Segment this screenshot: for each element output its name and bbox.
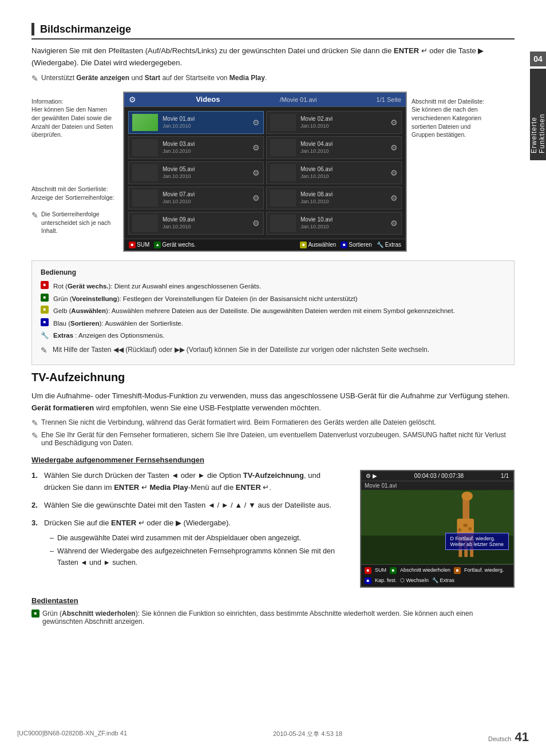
file-thumbnail [270, 215, 296, 232]
sum-label: SUM [137, 242, 149, 248]
file-date: Jan.10.2010 [300, 173, 388, 179]
op-yellow-btn: ■ [41, 306, 49, 314]
extras-label: 🔧 Extras [377, 242, 401, 248]
annotations-left: Information: Hier können Sie den Namen d… [31, 92, 123, 252]
screen-bottom-bar: ■ SUM ▲ Gerät wechs. ■ Auswählen ■ Sorti… [124, 239, 406, 251]
bedientasten-content: ■ Grün (Abschnitt wiederholen): Sie könn… [31, 609, 515, 626]
screen-section-title: Videos [196, 95, 220, 104]
settings-icon: ⚙ [390, 168, 398, 177]
file-thumbnail [132, 139, 158, 156]
section2-title: TV-Aufzeichnung [31, 371, 515, 384]
file-date: Jan.10.2010 [300, 199, 388, 204]
file-thumbnail [270, 139, 296, 156]
screen-top-bar: ⚙ Videos /Movie 01.avi 1/1 Seite [124, 93, 406, 107]
note1-icon: ✎ [31, 418, 38, 428]
page-footer: [UC9000]BN68-02820B-XN_ZF.indb 41 2010-0… [0, 730, 546, 745]
overlay-title: D Fortlauf. wiederg. [450, 536, 504, 541]
settings-icon: ⚙ [252, 118, 260, 127]
file-item: Movie 01.avi Jan.10.2010 ⚙ [128, 111, 264, 134]
footer-lang-page: Deutsch 41 [488, 730, 529, 745]
settings-icon: ⚙ [252, 168, 260, 177]
file-thumbnail [132, 164, 158, 181]
tv-bottom-text5: ⬡ Wechseln [400, 577, 429, 584]
btn-gerat: ▲ Gerät wechs. [154, 242, 196, 248]
note1-text: Trennen Sie nicht die Verbindung, währen… [41, 418, 436, 426]
sub-list-item: Die ausgewählte Datei wird zusammen mit … [50, 532, 349, 544]
subsection1-title: Wiedergabe aufgenommener Fernsehsendunge… [31, 456, 515, 464]
red-button: ■ [129, 242, 136, 248]
two-col-layout: 1. Wählen Sie durch Drücken der Tasten ◄… [31, 470, 515, 588]
footer-date: 2010-05-24 오후 4:53 18 [273, 730, 342, 745]
footer-file-info: [UC9000]BN68-02820B-XN_ZF.indb 41 [17, 730, 127, 745]
option-text: Option [219, 471, 241, 480]
btn-sum: ■ SUM [129, 242, 149, 248]
blue-button: ■ [341, 242, 347, 248]
file-date: Jan.10.2010 [300, 123, 388, 129]
settings-icon: ⚙ [390, 143, 398, 152]
tv-bottom-text3: Fortlauf. wiederg. [464, 567, 504, 574]
annotations-right: Abschnitt mit der Dateiliste: Sie können… [412, 92, 515, 252]
file-thumbnail [270, 114, 296, 131]
tv-bottom-text6: 🔧 Extras [432, 577, 454, 584]
annotation-info: Information: Hier können Sie den Namen d… [31, 97, 123, 139]
file-name: Movie 05.avi [163, 166, 250, 172]
note-icon: ✎ [31, 74, 38, 83]
settings-icon: ⚙ [252, 143, 260, 152]
op-extras-text: Extras : Anzeigen des Optionsmenüs. [53, 330, 164, 342]
file-name: Movie 04.avi [300, 141, 388, 147]
note2-icon: ✎ [31, 431, 38, 440]
tv-btn-red: ■ [365, 567, 371, 574]
annotation-dateiliste: Abschnitt mit der Dateiliste: Sie können… [412, 97, 515, 139]
file-name: Movie 01.avi [163, 116, 250, 122]
btn-extras: 🔧 Extras [377, 242, 401, 248]
file-name: Movie 10.avi [300, 216, 388, 223]
svg-point-10 [468, 527, 472, 531]
file-thumbnail [132, 215, 158, 232]
section1-header: Bildschirmanzeige [31, 23, 515, 39]
list-item: 2. Wählen Sie die gewünschte Datei mit d… [31, 500, 349, 512]
list-item: 1. Wählen Sie durch Drücken der Tasten ◄… [31, 470, 349, 494]
tv-time: 00:04:03 / 00:07:38 [414, 473, 464, 479]
btn-auswahlen: ■ Auswählen [300, 242, 336, 248]
file-date: Jan.10.2010 [163, 148, 250, 154]
section1-title: Bildschirmanzeige [40, 23, 131, 35]
file-thumbnail [132, 114, 158, 131]
op-extras: 🔧 Extras : Anzeigen des Optionsmenüs. [41, 330, 505, 342]
file-thumbnail [270, 164, 296, 181]
operations-title: Bedienung [41, 267, 505, 278]
op-green-text: Grün (Voreinstellung): Festlegen der Vor… [53, 294, 358, 305]
file-name: Movie 03.avi [163, 141, 250, 147]
diagram-container: Information: Hier können Sie den Namen d… [31, 92, 515, 252]
file-date: Jan.10.2010 [163, 224, 250, 229]
file-date: Jan.10.2010 [300, 148, 388, 154]
page-container: 04 Erweiterte Funktionen Bildschirmanzei… [0, 0, 546, 756]
file-name: Movie 08.avi [300, 191, 388, 197]
section1-intro: Navigieren Sie mit den Pfeiltasten (Auf/… [31, 45, 515, 69]
svg-point-8 [463, 524, 468, 527]
file-item: Movie 05.avi Jan.10.2010 ⚙ [128, 161, 264, 184]
op-yellow-text: Gelb (Auswählen): Auswählen mehrere Date… [53, 306, 455, 317]
tv-page: 1/1 [501, 473, 509, 479]
step-num: 3. [31, 517, 44, 570]
tv-screen-top-bar: ⚙ ▶ 00:04:03 / 00:07:38 1/1 [361, 471, 513, 481]
op-green-btn: ■ [41, 294, 49, 302]
chapter-number: 04 [530, 52, 546, 66]
op-note: ✎ Mit Hilfe der Tasten ◀◀ (Rücklauf) ode… [41, 344, 505, 358]
tv-screen-right: ⚙ ▶ 00:04:03 / 00:07:38 1/1 Movie 01.avi [360, 470, 515, 588]
op-note-text: Mit Hilfe der Tasten ◀◀ (Rücklauf) oder … [53, 344, 429, 355]
note2-text: Ehe Sie Ihr Gerät für den Fernseher form… [41, 431, 515, 447]
step-content: Wählen Sie die gewünschte Datei mit den … [44, 500, 349, 512]
op-red-text: Rot (Gerät wechs.): Dient zur Auswahl ei… [53, 281, 261, 292]
svg-point-9 [458, 528, 461, 532]
step-num: 1. [31, 470, 44, 494]
bedientasten-title: Bedientasten [31, 596, 515, 605]
settings-icon: ⚙ [390, 219, 398, 228]
settings-icon: ⚙ [252, 219, 260, 228]
file-date: Jan.10.2010 [163, 199, 250, 204]
op-blue: ■ Blau (Sortieren): Auswählen der Sortie… [41, 318, 505, 330]
screen-page: 1/1 Seite [377, 96, 401, 103]
tv-bottom-text2: Abschnitt wiederholen [400, 567, 450, 574]
screen-icon: ⚙ [129, 95, 136, 104]
yellow-button: ■ [300, 242, 307, 248]
file-date: Jan.10.2010 [300, 224, 388, 229]
